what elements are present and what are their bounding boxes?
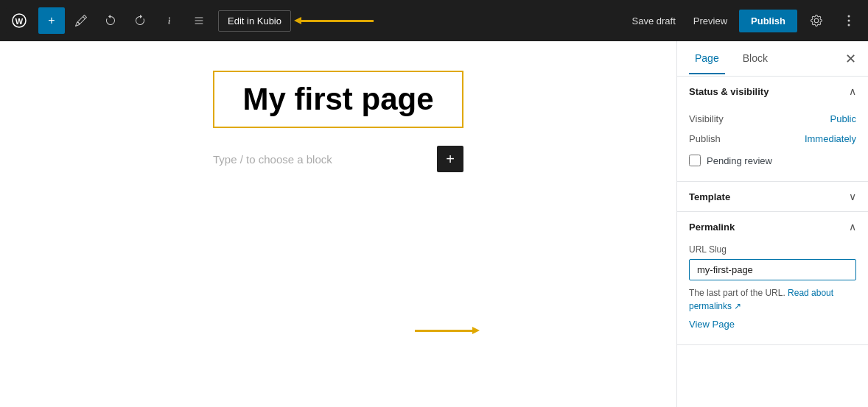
template-section: Template ∨ bbox=[677, 182, 868, 212]
more-options-button[interactable] bbox=[836, 7, 862, 34]
kubio-arrow-indicator bbox=[300, 20, 374, 22]
editor-area: My first page Type / to choose a block + bbox=[0, 41, 676, 407]
page-title-block[interactable]: My first page bbox=[213, 71, 463, 128]
undo-button[interactable] bbox=[97, 7, 124, 34]
svg-point-3 bbox=[848, 20, 850, 22]
page-title: My first page bbox=[232, 81, 444, 118]
preview-button[interactable]: Preview bbox=[687, 11, 733, 31]
url-slug-label: URL Slug bbox=[689, 244, 856, 255]
toolbar-right: Save draft Preview Publish bbox=[626, 7, 862, 34]
edit-kubio-button[interactable]: Edit in Kubio bbox=[218, 10, 291, 32]
toolbar-left: W + Edit in Kubio bbox=[6, 7, 623, 34]
permalink-title: Permalink bbox=[689, 222, 735, 233]
sidebar-tabs: Page Block ✕ bbox=[677, 41, 868, 77]
list-view-button[interactable] bbox=[186, 7, 212, 34]
block-placeholder: Type / to choose a block + bbox=[213, 146, 463, 172]
status-visibility-header[interactable]: Status & visibility ∧ bbox=[677, 77, 868, 106]
svg-text:W: W bbox=[15, 17, 24, 26]
permalink-body: URL Slug The last part of the URL. Read … bbox=[677, 241, 868, 344]
template-title: Template bbox=[689, 191, 730, 202]
wp-logo-icon[interactable]: W bbox=[6, 7, 32, 34]
url-slug-input[interactable] bbox=[689, 259, 856, 280]
tab-block[interactable]: Block bbox=[737, 43, 774, 74]
add-block-button[interactable]: + bbox=[38, 7, 65, 34]
tab-page[interactable]: Page bbox=[689, 43, 725, 74]
status-visibility-body: Visibility Public Publish Immediately Pe… bbox=[677, 106, 868, 181]
permalink-section: Permalink ∧ URL Slug The last part of th… bbox=[677, 212, 868, 345]
status-visibility-title: Status & visibility bbox=[689, 86, 769, 97]
view-page-link[interactable]: View Page bbox=[689, 313, 856, 333]
visibility-label: Visibility bbox=[689, 113, 724, 124]
toolbar: W + Edit in Kubio Save draft Preview Pub… bbox=[0, 0, 868, 41]
publish-row: Publish Immediately bbox=[689, 129, 856, 149]
publish-button[interactable]: Publish bbox=[739, 10, 797, 32]
visibility-value[interactable]: Public bbox=[830, 113, 856, 124]
publish-label: Publish bbox=[689, 133, 721, 144]
redo-button[interactable] bbox=[127, 7, 153, 34]
pending-review-checkbox[interactable] bbox=[689, 155, 701, 166]
status-visibility-section: Status & visibility ∧ Visibility Public … bbox=[677, 77, 868, 182]
permalink-chevron: ∧ bbox=[849, 221, 856, 233]
settings-button[interactable] bbox=[803, 7, 830, 34]
info-button[interactable] bbox=[156, 7, 183, 34]
sidebar-close-button[interactable]: ✕ bbox=[845, 51, 856, 67]
svg-point-2 bbox=[848, 15, 850, 18]
block-placeholder-text: Type / to choose a block bbox=[213, 153, 428, 166]
publish-value[interactable]: Immediately bbox=[805, 133, 856, 144]
sidebar: Page Block ✕ Status & visibility ∧ Visib… bbox=[676, 41, 868, 407]
template-chevron: ∨ bbox=[849, 191, 856, 202]
pending-review-label: Pending review bbox=[707, 155, 772, 166]
template-header[interactable]: Template ∨ bbox=[677, 182, 868, 211]
svg-point-4 bbox=[848, 24, 850, 26]
visibility-row: Visibility Public bbox=[689, 109, 856, 129]
status-visibility-chevron: ∧ bbox=[849, 85, 856, 97]
save-draft-button[interactable]: Save draft bbox=[626, 11, 682, 31]
pending-review-row: Pending review bbox=[689, 149, 856, 169]
add-block-inline-button[interactable]: + bbox=[437, 146, 463, 172]
edit-icon-button[interactable] bbox=[68, 7, 94, 34]
slug-arrow-indicator bbox=[415, 330, 474, 332]
url-slug-description: The last part of the URL. Read about per… bbox=[689, 286, 856, 313]
main-area: My first page Type / to choose a block +… bbox=[0, 41, 868, 407]
permalink-header[interactable]: Permalink ∧ bbox=[677, 212, 868, 241]
